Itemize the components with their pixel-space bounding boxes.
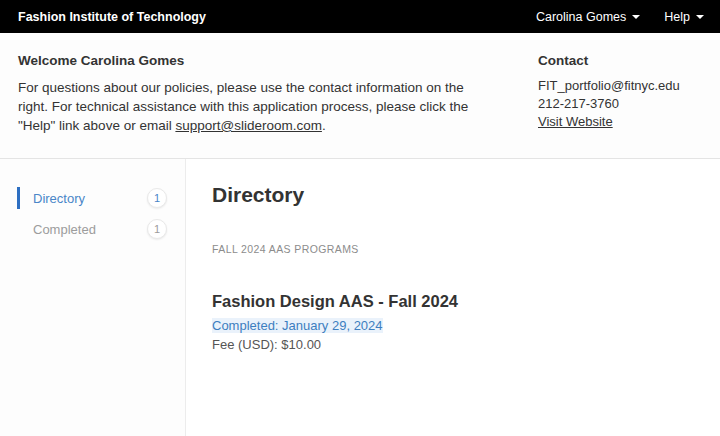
program-name: Fashion Design AAS - Fall 2024 — [212, 292, 700, 311]
welcome-body-period: . — [322, 118, 326, 133]
contact-email: FIT_portfolio@fitnyc.edu — [538, 77, 680, 95]
count-badge: 1 — [147, 219, 167, 239]
sidebar-item-label: Completed — [33, 222, 96, 237]
sidebar: Directory 1 Completed 1 — [0, 159, 186, 436]
support-email-link[interactable]: support@slideroom.com — [175, 118, 322, 133]
program-status-link[interactable]: Completed: January 29, 2024 — [212, 318, 383, 333]
welcome-section: Welcome Carolina Gomes For questions abo… — [0, 33, 720, 159]
count-badge: 1 — [147, 188, 167, 208]
chevron-down-icon — [632, 15, 640, 19]
visit-website-link[interactable]: Visit Website — [538, 114, 613, 129]
program-group-label: FALL 2024 AAS PROGRAMS — [212, 243, 700, 255]
user-menu[interactable]: Carolina Gomes — [536, 10, 640, 24]
help-menu[interactable]: Help — [664, 10, 704, 24]
contact-panel: Contact FIT_portfolio@fitnyc.edu 212-217… — [538, 53, 680, 158]
user-menu-label: Carolina Gomes — [536, 10, 626, 24]
top-nav: Carolina Gomes Help — [536, 10, 704, 24]
sidebar-item-directory[interactable]: Directory 1 — [0, 187, 185, 209]
active-indicator-bar — [17, 218, 20, 240]
contact-title: Contact — [538, 53, 680, 68]
content-area: Directory 1 Completed 1 Directory FALL 2… — [0, 159, 720, 436]
sidebar-item-completed[interactable]: Completed 1 — [0, 218, 185, 240]
chevron-down-icon — [696, 15, 704, 19]
main-panel: Directory FALL 2024 AAS PROGRAMS Fashion… — [186, 159, 720, 436]
program-entry: Fashion Design AAS - Fall 2024 Completed… — [212, 292, 700, 352]
top-bar: Fashion Institute of Technology Carolina… — [0, 0, 720, 33]
welcome-body: For questions about our policies, please… — [18, 78, 480, 135]
welcome-title: Welcome Carolina Gomes — [18, 53, 480, 68]
welcome-message: Welcome Carolina Gomes For questions abo… — [18, 53, 480, 158]
active-indicator-bar — [17, 187, 20, 209]
contact-phone: 212-217-3760 — [538, 95, 680, 113]
brand-link[interactable]: Fashion Institute of Technology — [18, 10, 206, 24]
page-title: Directory — [212, 183, 700, 207]
program-fee: Fee (USD): $10.00 — [212, 337, 700, 352]
sidebar-item-label: Directory — [33, 191, 85, 206]
help-menu-label: Help — [664, 10, 690, 24]
